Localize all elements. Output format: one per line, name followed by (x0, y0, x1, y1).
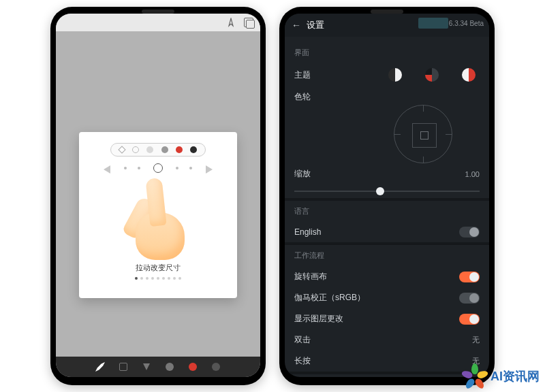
hand-illustration (121, 178, 196, 260)
row-theme[interactable]: 主题 (294, 63, 480, 86)
pager-dot[interactable] (140, 277, 143, 280)
color-red-icon[interactable] (188, 362, 198, 372)
swatch-empty-icon (132, 146, 139, 153)
row-doubletap-label: 双击 (294, 334, 311, 346)
settings-header: ← 设置 6.3.34 Beta (285, 14, 489, 37)
brush-tool-icon[interactable] (95, 362, 105, 372)
top-toolbar (56, 14, 260, 31)
swatch-light-icon (146, 146, 153, 153)
screen-right: ← 设置 6.3.34 Beta 界面 主题 色轮 (285, 14, 489, 377)
row-rotate-label: 旋转画布 (294, 271, 327, 282)
header-badge[interactable] (418, 18, 448, 29)
brush-size-pill[interactable] (110, 143, 206, 157)
row-layerchange-label: 显示图层更改 (294, 313, 343, 325)
screen-left: 拉动改变尺寸 (56, 14, 260, 377)
pager-dot[interactable] (173, 277, 176, 280)
row-theme-label: 主题 (294, 69, 311, 81)
section-workflow: 工作流程 (294, 250, 480, 261)
row-english-label: English (294, 227, 321, 237)
row-gamma-label: 伽马校正（sRGB） (294, 292, 365, 304)
shape-tool-icon[interactable] (119, 362, 128, 372)
theme-light-icon[interactable] (388, 68, 402, 82)
theme-dark-icon[interactable] (425, 68, 439, 82)
row-doubletap[interactable]: 双击 无 (294, 329, 480, 350)
toggle-english[interactable] (459, 227, 480, 238)
swatch-grey-icon (161, 146, 168, 153)
swatch-red-icon (176, 146, 183, 153)
row-zoom-label: 缩放 (294, 168, 311, 180)
compass-icon[interactable] (226, 18, 236, 27)
pager-dot[interactable] (178, 277, 181, 280)
phone-left: 拉动改变尺寸 (50, 7, 266, 385)
row-layer-change[interactable]: 显示图层更改 (294, 308, 480, 329)
pager-dot[interactable] (162, 277, 165, 280)
row-doubletap-value: 无 (472, 335, 480, 345)
back-icon[interactable]: ← (292, 20, 301, 31)
row-zoom: 缩放 1.00 (294, 163, 480, 184)
section-language: 语言 (294, 206, 480, 216)
fx-tool-icon[interactable] (142, 362, 151, 372)
layers-icon[interactable] (244, 18, 253, 27)
watermark: AI资讯网 (463, 365, 540, 388)
pager-dots[interactable] (135, 277, 181, 280)
section-interface: 界面 (294, 48, 480, 58)
phone-right: ← 设置 6.3.34 Beta 界面 主题 色轮 (279, 7, 495, 385)
size-slider[interactable] (104, 163, 213, 176)
version-label: 6.3.34 Beta (449, 20, 484, 27)
row-zoom-value: 1.00 (465, 170, 480, 178)
arrow-left-icon (104, 165, 110, 174)
page-title: 设置 (307, 19, 324, 31)
color-wheel-icon[interactable] (394, 105, 452, 163)
swatch-dark-icon (190, 146, 197, 153)
color-dark-icon[interactable] (211, 362, 221, 372)
row-longpress-label: 长按 (294, 355, 311, 367)
zoom-slider[interactable] (294, 184, 480, 198)
pager-dot[interactable] (157, 277, 159, 280)
toggle-layerchange[interactable] (459, 314, 480, 325)
toggle-gamma[interactable] (459, 293, 480, 304)
arrow-right-icon (206, 165, 213, 174)
color-grey-icon[interactable] (165, 362, 174, 372)
slider-handle-icon (153, 163, 163, 173)
row-longpress[interactable]: 长按 无 (294, 350, 480, 372)
watermark-logo-icon (463, 365, 486, 388)
bottom-toolbar (56, 357, 260, 377)
row-wheel-label: 色轮 (294, 91, 311, 103)
tutorial-caption: 拉动改变尺寸 (136, 263, 181, 273)
pencil-icon (118, 146, 125, 153)
row-gamma[interactable]: 伽马校正（sRGB） (294, 287, 480, 308)
toggle-rotate[interactable] (459, 272, 480, 282)
row-english[interactable]: English (294, 222, 480, 242)
theme-red-icon[interactable] (462, 68, 476, 82)
watermark-text: AI资讯网 (490, 368, 540, 385)
slider-knob-icon[interactable] (376, 187, 384, 195)
tutorial-card: 拉动改变尺寸 (79, 132, 237, 298)
pager-dot[interactable] (135, 277, 138, 280)
pager-dot[interactable] (146, 277, 149, 280)
pager-dot[interactable] (168, 277, 170, 280)
row-rotate-canvas[interactable]: 旋转画布 (294, 266, 480, 287)
pager-dot[interactable] (151, 277, 154, 280)
